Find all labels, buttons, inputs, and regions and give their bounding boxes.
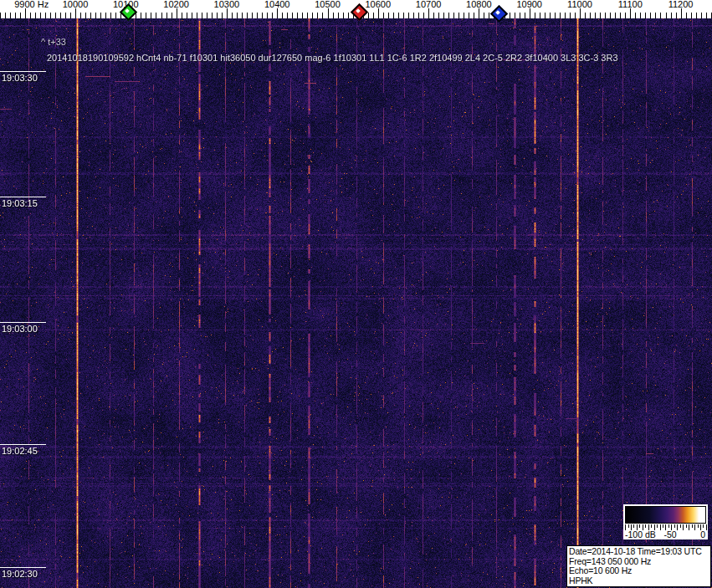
minor-frequency-tick: [706, 13, 707, 18]
major-frequency-tick: [428, 8, 429, 18]
legend-tick: [680, 524, 681, 528]
legend-tick: [633, 524, 634, 528]
minor-frequency-tick: [105, 13, 106, 18]
legend-mid-label: -50: [663, 530, 676, 539]
legend-min-label: -100 dB: [625, 530, 656, 539]
cursor-offset-annotation: ^ t+33: [41, 37, 66, 47]
minor-frequency-tick: [317, 13, 318, 18]
minor-frequency-tick: [413, 13, 414, 18]
legend-tick: [639, 524, 640, 528]
minor-frequency-tick: [156, 13, 156, 18]
minor-frequency-tick: [312, 13, 313, 18]
minor-frequency-tick: [610, 13, 611, 18]
major-frequency-tick: [328, 8, 329, 18]
minor-frequency-tick: [595, 13, 596, 18]
minor-frequency-tick: [343, 13, 344, 18]
minor-frequency-tick: [393, 13, 394, 18]
info-date-time: Date=2014-10-18 Time=19:03 UTC: [569, 547, 710, 557]
minor-frequency-tick: [161, 13, 162, 18]
minor-frequency-tick: [242, 13, 243, 18]
detection-annotation: 20141018190109592 hCnt4 nb-71 f10301 hit…: [47, 53, 618, 63]
minor-frequency-tick: [60, 13, 61, 18]
minor-frequency-tick: [247, 13, 248, 18]
minor-frequency-tick: [237, 13, 238, 18]
minor-frequency-tick: [676, 13, 677, 18]
minor-frequency-tick: [423, 13, 424, 18]
minor-frequency-tick: [605, 13, 606, 18]
minor-frequency-tick: [207, 13, 207, 18]
minor-frequency-tick: [187, 13, 187, 18]
minor-frequency-tick: [297, 13, 298, 18]
major-frequency-tick: [630, 8, 631, 18]
time-tick-line: [0, 444, 46, 445]
frequency-tick-label: 10000: [63, 0, 89, 9]
spectrogram-canvas[interactable]: [0, 18, 712, 588]
minor-frequency-tick: [388, 13, 389, 18]
minor-frequency-tick: [373, 13, 374, 18]
minor-frequency-tick: [686, 13, 687, 18]
minor-frequency-tick: [333, 13, 334, 18]
minor-frequency-tick: [40, 13, 41, 18]
minor-frequency-tick: [80, 13, 81, 18]
major-frequency-tick: [227, 8, 228, 18]
minor-frequency-tick: [197, 13, 197, 18]
time-tick-line: [0, 197, 46, 197]
minor-frequency-tick: [65, 13, 66, 18]
legend-tick: [651, 524, 652, 528]
minor-frequency-tick: [182, 13, 182, 18]
minor-frequency-tick: [585, 13, 586, 18]
legend-tick: [645, 524, 646, 528]
spectrogram-window: 9900 Hz100001010010200103001040010500106…: [0, 0, 712, 588]
major-frequency-tick: [580, 8, 581, 18]
minor-frequency-tick: [90, 13, 91, 18]
minor-frequency-tick: [448, 13, 449, 18]
legend-tick: [657, 524, 658, 528]
legend-tick: [706, 524, 707, 530]
minor-frequency-tick: [383, 13, 384, 18]
major-frequency-tick: [681, 8, 682, 18]
minor-frequency-tick: [15, 13, 16, 18]
frequency-tick-label: 10500: [315, 0, 341, 9]
major-frequency-tick: [530, 8, 530, 18]
time-tick-line: [0, 567, 46, 568]
minor-frequency-tick: [45, 13, 46, 18]
minor-frequency-tick: [141, 13, 141, 18]
legend-tick: [698, 524, 699, 528]
minor-frequency-tick: [515, 13, 515, 18]
major-frequency-tick: [378, 8, 379, 18]
legend-tick: [683, 524, 684, 530]
minor-frequency-tick: [348, 13, 349, 18]
minor-frequency-tick: [600, 13, 601, 18]
minor-frequency-tick: [100, 13, 101, 18]
minor-frequency-tick: [10, 13, 11, 18]
minor-frequency-tick: [338, 13, 339, 18]
minor-frequency-tick: [151, 13, 151, 18]
minor-frequency-tick: [660, 13, 661, 18]
minor-frequency-tick: [217, 13, 218, 18]
time-tick-label: 19:02:30: [2, 569, 38, 579]
minor-frequency-tick: [262, 13, 263, 18]
minor-frequency-tick: [691, 13, 692, 18]
minor-frequency-tick: [438, 13, 439, 18]
minor-frequency-tick: [655, 13, 656, 18]
minor-frequency-tick: [85, 13, 86, 18]
minor-frequency-tick: [620, 13, 621, 18]
frequency-tick-label: 10900: [516, 0, 542, 9]
minor-frequency-tick: [272, 13, 273, 18]
minor-frequency-tick: [418, 13, 419, 18]
legend-tick: [686, 524, 687, 528]
minor-frequency-tick: [640, 13, 641, 18]
minor-frequency-tick: [110, 13, 111, 18]
minor-frequency-tick: [257, 13, 258, 18]
minor-frequency-tick: [307, 13, 308, 18]
minor-frequency-tick: [510, 13, 510, 18]
minor-frequency-tick: [625, 13, 626, 18]
time-tick-line: [0, 71, 46, 72]
minor-frequency-tick: [55, 13, 56, 18]
major-frequency-tick: [479, 8, 479, 18]
minor-frequency-tick: [252, 13, 253, 18]
minor-frequency-tick: [146, 13, 146, 18]
legend-tick: [674, 524, 675, 528]
minor-frequency-tick: [70, 13, 71, 18]
legend-tick: [694, 524, 695, 530]
